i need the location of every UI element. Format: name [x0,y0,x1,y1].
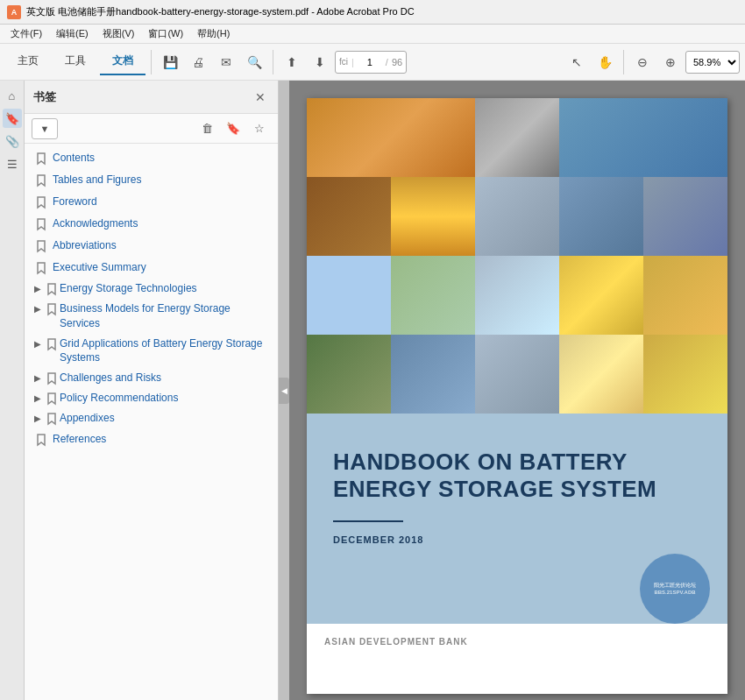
fci-label: fci [339,57,348,67]
toolbar-separator-3 [623,50,624,74]
bookmark-item-foreword[interactable]: Foreword [25,191,278,213]
bookmark-item-challenges[interactable]: ▶ Challenges and Risks [25,368,278,388]
expand-icon-grid-apps: ▶ [32,337,44,351]
cover-date: DECEMBER 2018 [333,534,701,545]
bookmark-label-abbreviations: Abbreviations [53,238,271,253]
adb-label: ASIAN DEVELOPMENT BANK [324,637,468,647]
save-button[interactable]: 💾 [157,49,183,75]
sidebar-close-button[interactable]: ✕ [252,88,269,106]
zoom-out-button[interactable]: ⊖ [629,49,656,75]
zoom-in-button[interactable]: ⊕ [657,49,684,75]
bookmark-item-business-models[interactable]: ▶ Business Models for Energy Storage Ser… [25,299,278,334]
pdf-page: HANDBOOK ON BATTERY ENERGY STORAGE SYSTE… [307,98,727,694]
bottom-section: ASIAN DEVELOPMENT BANK [307,624,727,660]
menu-file[interactable]: 文件(F) [4,25,49,42]
bookmark-item-exec-summary[interactable]: Executive Summary [25,257,278,279]
sidebar-content: Contents Tables and Figures Foreword Ack… [25,144,278,700]
bookmark-item-appendixes[interactable]: ▶ Appendixes [25,408,278,428]
mail-button[interactable]: ✉ [213,49,239,75]
page-sep: / [386,57,388,67]
bookmark-item-tables-figures[interactable]: Tables and Figures [25,169,278,191]
photo-cell-4 [307,177,391,256]
bookmark-icon-challenges [46,371,58,385]
bookmark-label-references: References [53,432,271,447]
sidebar-delete-button[interactable]: 🗑 [195,117,218,140]
menu-bar: 文件(F) 编辑(E) 视图(V) 窗口(W) 帮助(H) [0,25,745,44]
photo-cell-5 [391,177,475,256]
menu-edit[interactable]: 编辑(E) [49,25,96,42]
bookmark-label-policy: Policy Recommendations [60,391,271,406]
panel-layers-icon[interactable]: ☰ [3,154,22,173]
page-total: 96 [392,57,402,67]
toolbar-separator [151,50,152,74]
expand-icon-appendixes: ▶ [32,412,44,426]
bookmark-item-grid-apps[interactable]: ▶ Grid Applications of Battery Energy St… [25,334,278,369]
bookmark-icon-exec-summary [35,261,47,275]
panel-home-icon[interactable]: ⌂ [3,86,22,105]
pdf-area: HANDBOOK ON BATTERY ENERGY STORAGE SYSTE… [289,81,745,700]
cursor-tool-button[interactable]: ↖ [564,49,590,75]
photo-cell-17 [559,335,643,414]
bookmark-item-references[interactable]: References [25,428,278,450]
bookmark-icon-grid-apps [46,337,58,351]
tab-tools[interactable]: 工具 [53,48,98,75]
panel-attachment-icon[interactable]: 📎 [3,131,22,151]
search-button[interactable]: 🔍 [241,49,267,75]
sidebar-collapse-arrow[interactable]: ◀ [279,378,289,404]
sidebar-title: 书签 [33,89,56,105]
photo-cell-15 [391,335,475,414]
tab-home[interactable]: 主页 [5,48,51,75]
left-icon-bar: ⌂ 🔖 📎 ☰ [0,81,25,700]
bookmark-icon-energy-storage [46,282,58,296]
photo-cell-8 [643,177,727,256]
bookmark-icon-appendixes [46,412,58,426]
bookmark-item-abbreviations[interactable]: Abbreviations [25,235,278,257]
print-button[interactable]: 🖨 [185,49,211,75]
bookmark-icon-abbreviations [35,239,47,253]
photo-cell-9 [307,256,391,335]
main-area: ⌂ 🔖 📎 ☰ 书签 ✕ ▼ 🗑 🔖 ☆ Contents Table [0,81,745,700]
zoom-select[interactable]: 58.9% 50% 75% 100% 125% 150% [685,51,740,74]
toolbar-separator-2 [273,50,273,74]
bookmark-icon-contents [35,152,47,166]
cover-divider [333,520,403,522]
menu-help[interactable]: 帮助(H) [190,25,237,42]
sidebar-toolbar: ▼ 🗑 🔖 ☆ [25,114,278,144]
nav-next-button[interactable]: ⬇ [307,49,333,75]
photo-cell-16 [475,335,559,414]
bookmark-item-acknowledgments[interactable]: Acknowledgments [25,213,278,235]
photo-cell-2 [475,98,559,177]
bookmark-label-challenges: Challenges and Risks [60,371,271,385]
bookmark-item-policy[interactable]: ▶ Policy Recommendations [25,388,278,408]
panel-bookmark-icon[interactable]: 🔖 [3,109,22,128]
tab-document[interactable]: 文档 [100,48,145,75]
expand-icon-business-models: ▶ [32,302,44,316]
bookmark-icon-business-models [46,302,58,316]
cover-title: HANDBOOK ON BATTERY ENERGY STORAGE SYSTE… [333,449,701,503]
menu-view[interactable]: 视图(V) [96,25,142,42]
bookmark-item-energy-storage[interactable]: ▶ Energy Storage Technologies [25,279,278,299]
expand-icon-policy: ▶ [32,392,44,406]
sidebar-star-button[interactable]: ☆ [248,117,271,140]
sidebar: 书签 ✕ ▼ 🗑 🔖 ☆ Contents Tables and Figures [25,81,279,700]
bookmark-item-contents[interactable]: Contents [25,147,278,169]
hand-tool-button[interactable]: ✋ [592,49,618,75]
photo-cell-11 [475,256,559,335]
sidebar-header: 书签 ✕ [25,81,278,114]
sidebar-dropdown-button[interactable]: ▼ [32,118,58,139]
expand-icon-challenges: ▶ [32,371,44,385]
photo-grid [307,98,727,414]
sidebar-bookmark-new-button[interactable]: 🔖 [222,117,245,140]
toolbar: 主页 工具 文档 💾 🖨 ✉ 🔍 ⬆ ⬇ fci | / 96 ↖ ✋ ⊖ ⊕ … [0,44,745,81]
bookmark-icon-policy [46,392,58,406]
nav-prev-button[interactable]: ⬆ [279,49,305,75]
watermark-text1: 阳光工匠光伏论坛 [654,582,696,589]
bookmark-icon-tables [35,173,47,187]
page-input[interactable] [358,57,382,67]
bookmark-label-exec-summary: Executive Summary [53,260,271,275]
cover-title-line1: HANDBOOK ON BATTERY [333,449,628,475]
watermark: 阳光工匠光伏论坛 BBS.21SPV.ADB [640,554,710,624]
photo-cell-1 [307,98,475,177]
bookmark-icon-references [35,433,47,447]
menu-window[interactable]: 窗口(W) [141,25,190,42]
